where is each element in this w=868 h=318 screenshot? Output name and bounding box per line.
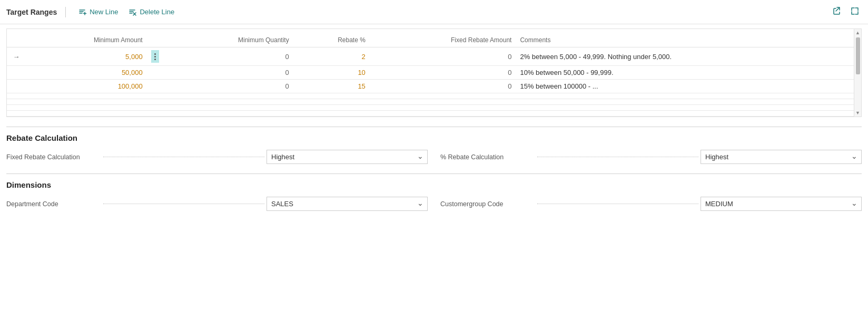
row-comments[interactable]: 10% between 50,000 - 99,999.: [516, 66, 854, 80]
delete-line-button[interactable]: Delete Line: [124, 6, 179, 18]
table-row[interactable]: → 5,000 0 2 0 2% between 5,000 - 49,999.…: [7, 47, 854, 66]
table-row[interactable]: [7, 93, 854, 99]
row-rebate-pct[interactable]: 15: [293, 80, 370, 93]
rebate-section-divider: [6, 127, 862, 127]
pct-rebate-calc-select[interactable]: Highest Lowest Average: [701, 150, 862, 164]
target-ranges-table-container: Minimum Amount Minimum Quantity Rebate %…: [6, 28, 862, 117]
new-line-button[interactable]: New Line: [74, 6, 122, 18]
rebate-section-title: Rebate Calculation: [0, 133, 868, 142]
row-action-cell[interactable]: [147, 80, 168, 93]
col-header-min-amount: Minimum Amount: [26, 33, 147, 47]
scrollbar-thumb: [856, 37, 860, 74]
scrollbar-up-button[interactable]: ▲: [854, 29, 862, 36]
row-action-button[interactable]: [151, 50, 159, 63]
pct-rebate-dots: [537, 157, 698, 157]
dept-code-select[interactable]: SALES ADMIN FINANCE: [267, 197, 428, 211]
delete-line-label: Delete Line: [140, 8, 174, 16]
row-min-qty[interactable]: 0: [168, 80, 293, 93]
dimensions-section-divider: [6, 174, 862, 174]
row-min-amount[interactable]: 50,000: [26, 66, 147, 80]
expand-icon: [850, 6, 860, 16]
row-rebate-pct[interactable]: 2: [293, 47, 370, 66]
expand-icon-button[interactable]: [848, 4, 862, 20]
dimensions-form: Department Code SALES ADMIN FINANCE Cust…: [0, 197, 868, 211]
row-action-cell[interactable]: [147, 66, 168, 80]
row-arrow: [7, 80, 26, 93]
target-ranges-table: Minimum Amount Minimum Quantity Rebate %…: [7, 33, 854, 117]
share-icon: [832, 6, 842, 16]
row-fixed-rebate[interactable]: 0: [370, 66, 516, 80]
customer-group-dots: [537, 204, 698, 204]
row-action-cell[interactable]: [147, 47, 168, 66]
col-header-action: [147, 33, 168, 47]
dept-code-row: Department Code SALES ADMIN FINANCE: [6, 197, 428, 211]
row-comments[interactable]: 15% between 100000 - ...: [516, 80, 854, 93]
dept-code-label: Department Code: [6, 200, 101, 208]
row-min-amount[interactable]: 100,000: [26, 80, 147, 93]
fixed-rebate-dots: [103, 157, 264, 157]
table-row[interactable]: 50,000 0 10 0 10% between 50,000 - 99,99…: [7, 66, 854, 80]
col-header-rebate-pct: Rebate %: [293, 33, 370, 47]
row-arrow: [7, 66, 26, 80]
customer-group-row: Customergroup Code MEDIUM SMALL LARGE: [440, 197, 862, 211]
new-line-icon: [78, 8, 87, 16]
row-min-qty[interactable]: 0: [168, 47, 293, 66]
customer-group-select-wrapper[interactable]: MEDIUM SMALL LARGE: [701, 197, 862, 211]
table-row[interactable]: 100,000 0 15 0 15% between 100000 - ...: [7, 80, 854, 93]
pct-rebate-calc-row: % Rebate Calculation Highest Lowest Aver…: [440, 150, 862, 164]
dept-code-dots: [103, 204, 264, 204]
page-title: Target Ranges: [6, 8, 57, 16]
fixed-rebate-calc-label: Fixed Rebate Calculation: [6, 153, 101, 161]
table-scrollbar[interactable]: ▲ ▼: [854, 29, 861, 117]
scrollbar-down-button[interactable]: ▼: [854, 109, 862, 117]
dept-code-select-wrapper[interactable]: SALES ADMIN FINANCE: [267, 197, 428, 211]
fixed-rebate-calc-row: Fixed Rebate Calculation Highest Lowest …: [6, 150, 428, 164]
table-row[interactable]: [7, 99, 854, 105]
dimensions-section-title: Dimensions: [0, 180, 868, 189]
toolbar-right-icons: [830, 4, 862, 20]
row-comments[interactable]: 2% between 5,000 - 49,999. Nothing under…: [516, 47, 854, 66]
share-icon-button[interactable]: [830, 4, 844, 20]
col-header-comments: Comments: [516, 33, 854, 47]
toolbar: Target Ranges New Line Delete Line: [0, 0, 868, 24]
col-header-min-qty: Minimum Quantity: [168, 33, 293, 47]
scrollbar-thumb-area: [854, 36, 861, 109]
pct-rebate-calc-select-wrapper[interactable]: Highest Lowest Average: [701, 150, 862, 164]
table-row[interactable]: [7, 111, 854, 117]
row-fixed-rebate[interactable]: 0: [370, 47, 516, 66]
row-min-qty[interactable]: 0: [168, 66, 293, 80]
col-header-fixed-rebate: Fixed Rebate Amount: [370, 33, 516, 47]
fixed-rebate-calc-select[interactable]: Highest Lowest Average: [267, 150, 428, 164]
fixed-rebate-calc-select-wrapper[interactable]: Highest Lowest Average: [267, 150, 428, 164]
row-rebate-pct[interactable]: 10: [293, 66, 370, 80]
pct-rebate-calc-label: % Rebate Calculation: [440, 153, 535, 161]
row-fixed-rebate[interactable]: 0: [370, 80, 516, 93]
row-arrow: →: [7, 47, 26, 66]
customer-group-select[interactable]: MEDIUM SMALL LARGE: [701, 197, 862, 211]
new-line-label: New Line: [90, 8, 118, 16]
customer-group-label: Customergroup Code: [440, 200, 535, 208]
rebate-calculation-form: Fixed Rebate Calculation Highest Lowest …: [0, 150, 868, 164]
row-min-amount[interactable]: 5,000: [26, 47, 147, 66]
delete-line-icon: [129, 8, 137, 16]
col-header-arrow: [7, 33, 26, 47]
toolbar-divider: [65, 7, 66, 17]
table-row[interactable]: [7, 105, 854, 111]
